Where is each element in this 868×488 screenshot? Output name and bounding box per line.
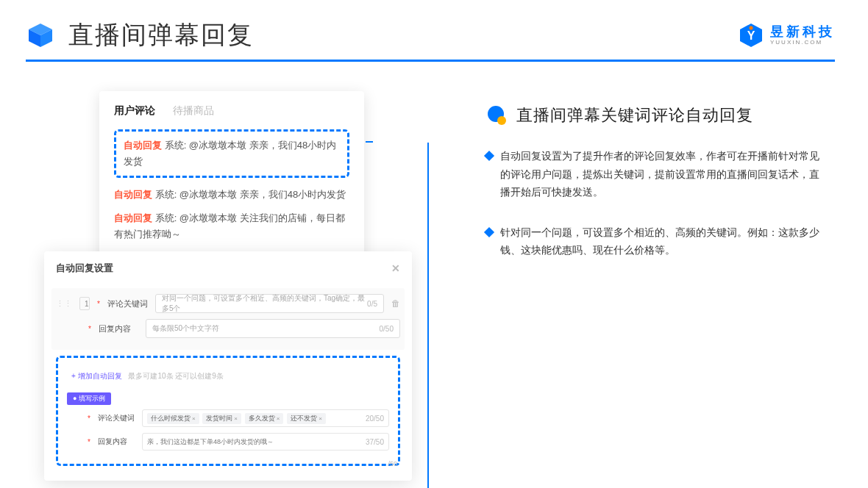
content-label: 回复内容 bbox=[99, 323, 131, 334]
comment-row: 自动回复 系统: @冰墩墩本墩 亲亲，我们48小时内发货 bbox=[114, 187, 349, 203]
tab-user-comments[interactable]: 用户评论 bbox=[114, 104, 155, 118]
row-number: 1 bbox=[79, 297, 90, 310]
ex-tags: 什么时候发货× 发货时间× 多久发货× 还不发货× bbox=[147, 413, 327, 424]
section-title: 直播间弹幕关键词评论自动回复 bbox=[516, 104, 753, 126]
drag-handle-icon[interactable]: ⋮⋮ bbox=[56, 299, 72, 309]
page-title: 直播间弹幕回复 bbox=[68, 18, 254, 52]
comment-row: 自动回复 系统: @冰墩墩本墩 关注我们的店铺，每日都有热门推荐呦～ bbox=[114, 210, 349, 243]
bullet-text: 针对同一个问题，可设置多个相近的、高频的关键词。例如：这款多少钱、这块能优惠吗、… bbox=[500, 223, 824, 259]
auto-reply-tag: 自动回复 bbox=[114, 212, 152, 223]
brand-name: 昱新科技 bbox=[770, 25, 835, 38]
settings-title-row: 自动回复设置 ✕ bbox=[56, 262, 400, 275]
required-star: * bbox=[88, 325, 91, 333]
keyword-label: 评论关键词 bbox=[107, 298, 148, 309]
example-highlight: + 增加自动回复 最多可建10条 还可以创建9条 ● 填写示例 * 评论关键词 … bbox=[56, 356, 400, 466]
example-area: ● 填写示例 * 评论关键词 什么时候发货× 发货时间× 多久发货× 还不发货×… bbox=[65, 386, 391, 461]
tab-pending-products[interactable]: 待播商品 bbox=[173, 104, 214, 118]
content-input[interactable]: 每条限50个中文字符 0/50 bbox=[146, 319, 400, 338]
tag-chip[interactable]: 还不发货× bbox=[287, 413, 326, 424]
ex-keyword-label: 评论关键词 bbox=[98, 413, 135, 423]
ex-content-value: 亲，我们这边都是下单48小时内发货的哦～ bbox=[147, 437, 274, 447]
tag-chip[interactable]: 多久发货× bbox=[245, 413, 284, 424]
auto-reply-tag: 自动回复 bbox=[124, 140, 162, 151]
content-area: 用户评论 待播商品 自动回复 系统: @冰墩墩本墩 亲亲，我们48小时内发货 自… bbox=[0, 62, 868, 281]
bullet-text: 自动回复设置为了提升作者的评论回复效率，作者可在开播前针对常见的评论用户问题，提… bbox=[500, 147, 824, 201]
tag-chip[interactable]: 发货时间× bbox=[202, 413, 241, 424]
tag-remove-icon: × bbox=[277, 415, 280, 422]
required-star: * bbox=[97, 300, 100, 308]
content-row: * 回复内容 每条限50个中文字符 0/50 bbox=[56, 319, 400, 338]
example-content-row: * 回复内容 亲，我们这边都是下单48小时内发货的哦～ 37/50 bbox=[67, 433, 389, 451]
example-keyword-row: * 评论关键词 什么时候发货× 发货时间× 多久发货× 还不发货× 20/50 bbox=[67, 409, 389, 427]
keyword-input[interactable]: 对同一个问题，可设置多个相近、高频的关键词，Tag确定，最多5个 0/5 bbox=[155, 294, 384, 313]
header-left: 直播间弹幕回复 bbox=[26, 18, 254, 52]
tag-remove-icon: × bbox=[319, 415, 322, 422]
setting-group: ⋮⋮ 1 * 评论关键词 对同一个问题，可设置多个相近、高频的关键词，Tag确定… bbox=[51, 288, 405, 350]
required-star: * bbox=[88, 438, 90, 446]
brand-hex-icon: Y bbox=[738, 22, 764, 49]
add-hint: 最多可建10条 还可以创建9条 bbox=[128, 372, 223, 380]
diamond-icon bbox=[484, 151, 494, 161]
ex-content-input[interactable]: 亲，我们这边都是下单48小时内发货的哦～ 37/50 bbox=[142, 433, 389, 451]
comment-row: 自动回复 系统: @冰墩墩本墩 亲亲，我们48小时内发货 bbox=[124, 137, 340, 170]
keyword-row: ⋮⋮ 1 * 评论关键词 对同一个问题，可设置多个相近、高频的关键词，Tag确定… bbox=[56, 294, 400, 313]
svg-point-7 bbox=[497, 116, 506, 125]
bullet-item: 针对同一个问题，可设置多个相近的、高频的关键词。例如：这款多少钱、这块能优惠吗、… bbox=[485, 223, 824, 259]
svg-point-5 bbox=[750, 26, 753, 30]
add-label: + 增加自动回复 bbox=[71, 372, 122, 380]
description-column: 直播间弹幕关键词评论自动回复 自动回复设置为了提升作者的评论回复效率，作者可在开… bbox=[427, 91, 835, 281]
bullet-item: 自动回复设置为了提升作者的评论回复效率，作者可在开播前针对常见的评论用户问题，提… bbox=[485, 147, 824, 201]
screenshots-column: 用户评论 待播商品 自动回复 系统: @冰墩墩本墩 亲亲，我们48小时内发货 自… bbox=[44, 91, 419, 281]
content-placeholder: 每条限50个中文字符 bbox=[152, 323, 219, 334]
connector-line bbox=[371, 143, 429, 488]
settings-title: 自动回复设置 bbox=[56, 262, 113, 275]
svg-text:Y: Y bbox=[747, 29, 755, 42]
diamond-icon bbox=[484, 226, 494, 237]
tag-remove-icon: × bbox=[234, 415, 238, 422]
auto-reply-tag: 自动回复 bbox=[114, 189, 152, 200]
bubble-icon bbox=[485, 104, 508, 126]
brand-logo: Y 昱新科技 YUUXIN.COM bbox=[738, 22, 835, 49]
ex-content-label: 回复内容 bbox=[98, 437, 127, 447]
settings-panel: 自动回复设置 ✕ ⋮⋮ 1 * 评论关键词 对同一个问题，可设置多个相近、高频的… bbox=[44, 251, 412, 481]
cube-icon bbox=[26, 21, 55, 50]
example-badge: ● 填写示例 bbox=[67, 392, 111, 405]
tabs: 用户评论 待播商品 bbox=[114, 104, 349, 118]
page-header: 直播间弹幕回复 Y 昱新科技 YUUXIN.COM bbox=[0, 0, 868, 60]
keyword-placeholder: 对同一个问题，可设置多个相近、高频的关键词，Tag确定，最多5个 bbox=[162, 293, 367, 314]
tag-chip[interactable]: 什么时候发货× bbox=[147, 413, 199, 424]
add-auto-reply[interactable]: + 增加自动回复 最多可建10条 还可以创建9条 bbox=[71, 371, 391, 381]
ex-keyword-input[interactable]: 什么时候发货× 发货时间× 多久发货× 还不发货× 20/50 bbox=[142, 409, 389, 427]
required-star: * bbox=[88, 415, 90, 423]
section-title-row: 直播间弹幕关键词评论自动回复 bbox=[485, 104, 835, 126]
highlighted-comment: 自动回复 系统: @冰墩墩本墩 亲亲，我们48小时内发货 bbox=[114, 129, 349, 178]
comment-text: 系统: @冰墩墩本墩 亲亲，我们48小时内发货 bbox=[155, 189, 346, 200]
comments-panel: 用户评论 待播商品 自动回复 系统: @冰墩墩本墩 亲亲，我们48小时内发货 自… bbox=[99, 91, 364, 272]
brand-text: 昱新科技 YUUXIN.COM bbox=[770, 25, 835, 46]
tag-remove-icon: × bbox=[192, 415, 196, 422]
brand-url: YUUXIN.COM bbox=[770, 40, 835, 46]
